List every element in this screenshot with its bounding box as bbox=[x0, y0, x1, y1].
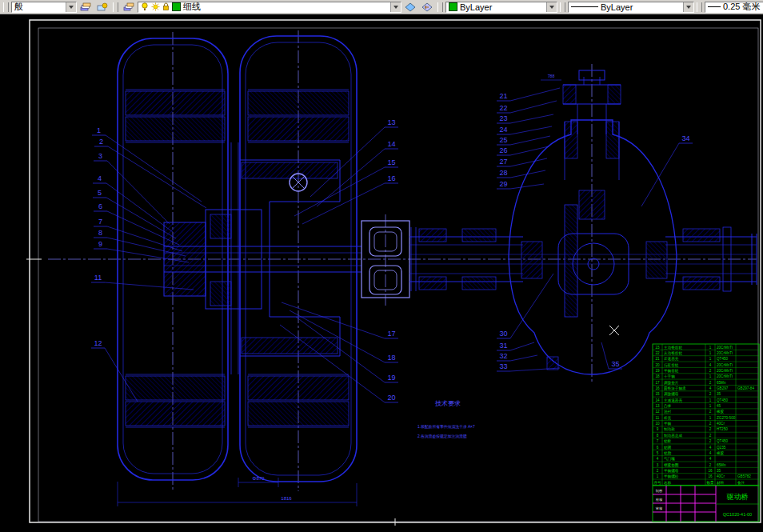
color-swatch bbox=[449, 2, 457, 11]
toolbar-grip[interactable] bbox=[697, 2, 702, 12]
svg-text:35: 35 bbox=[717, 469, 721, 473]
svg-text:GB297: GB297 bbox=[717, 386, 729, 390]
svg-text:8: 8 bbox=[657, 434, 659, 438]
svg-text:23: 23 bbox=[499, 114, 507, 122]
svg-text:16: 16 bbox=[655, 386, 660, 390]
svg-text:32: 32 bbox=[499, 352, 507, 360]
svg-text:18: 18 bbox=[655, 374, 660, 378]
svg-text:HT250: HT250 bbox=[717, 427, 728, 431]
svg-text:4: 4 bbox=[709, 363, 712, 367]
svg-text:29: 29 bbox=[499, 180, 507, 188]
svg-text:气门嘴: 气门嘴 bbox=[664, 457, 675, 461]
titleblock-label-3: 审核 bbox=[656, 506, 663, 510]
svg-text:16: 16 bbox=[708, 469, 713, 473]
svg-text:1: 1 bbox=[709, 416, 712, 420]
svg-text:轮胎: 轮胎 bbox=[664, 450, 672, 456]
svg-text:调整垫片: 调整垫片 bbox=[664, 380, 679, 386]
linetype-combo[interactable]: ByLayer bbox=[568, 2, 694, 13]
svg-text:65Mn: 65Mn bbox=[717, 463, 726, 467]
layers-icon bbox=[123, 2, 134, 12]
svg-text:1: 1 bbox=[709, 346, 712, 350]
svg-text:2: 2 bbox=[709, 422, 712, 426]
svg-text:2: 2 bbox=[709, 439, 712, 443]
svg-text:23: 23 bbox=[655, 346, 660, 350]
layer-properties-button[interactable] bbox=[78, 1, 94, 14]
svg-text:21: 21 bbox=[499, 92, 507, 100]
toolbar-grip[interactable] bbox=[3, 2, 9, 12]
svg-text:7: 7 bbox=[98, 218, 102, 226]
notes-line-2: 2.各润滑处按规定加注润滑脂 bbox=[417, 434, 467, 439]
chevron-down-icon[interactable] bbox=[66, 2, 76, 12]
layer-previous-button[interactable] bbox=[419, 1, 435, 14]
svg-text:12: 12 bbox=[94, 339, 102, 347]
svg-text:轮辋: 轮辋 bbox=[664, 445, 672, 450]
chevron-down-icon[interactable] bbox=[683, 2, 693, 12]
style-combo[interactable]: 般 bbox=[11, 2, 77, 13]
toolbar-grip[interactable] bbox=[560, 2, 565, 12]
svg-text:20CrMnTi: 20CrMnTi bbox=[717, 351, 733, 355]
svg-text:QT450: QT450 bbox=[717, 398, 728, 402]
svg-text:5: 5 bbox=[98, 189, 102, 197]
svg-text:调整螺母: 调整螺母 bbox=[664, 391, 679, 397]
svg-text:9: 9 bbox=[98, 240, 102, 248]
svg-text:13: 13 bbox=[655, 404, 660, 408]
layer-freeze-icon bbox=[151, 2, 160, 11]
svg-text:35: 35 bbox=[611, 360, 619, 368]
svg-text:1: 1 bbox=[709, 398, 712, 402]
titleblock-drawing-code: QC1020-41-00 bbox=[723, 512, 752, 517]
layer-states-button[interactable] bbox=[94, 1, 110, 14]
layer-combo[interactable]: 细线 bbox=[138, 2, 401, 13]
dim-text-2: 1816 bbox=[281, 496, 292, 501]
svg-text:33: 33 bbox=[499, 362, 507, 370]
svg-text:34: 34 bbox=[681, 134, 689, 142]
titleblock-label-1: 制图 bbox=[656, 489, 662, 493]
svg-text:15: 15 bbox=[387, 158, 395, 166]
titleblock-label-2: 校核 bbox=[656, 498, 663, 502]
svg-text:4: 4 bbox=[709, 451, 712, 455]
toolbar-grip[interactable] bbox=[437, 2, 443, 12]
svg-text:1: 1 bbox=[657, 474, 659, 478]
layers-button[interactable] bbox=[121, 1, 137, 14]
svg-text:11: 11 bbox=[94, 274, 102, 282]
svg-text:14: 14 bbox=[387, 140, 395, 148]
chevron-down-icon[interactable] bbox=[546, 2, 557, 12]
make-object-layer-current-button[interactable] bbox=[402, 1, 418, 14]
layer-combo-value: 细线 bbox=[183, 2, 201, 13]
svg-text:GB297-84: GB297-84 bbox=[737, 386, 754, 390]
svg-text:半轴螺母: 半轴螺母 bbox=[664, 468, 679, 474]
toolbar-grip[interactable] bbox=[113, 2, 118, 12]
svg-text:21: 21 bbox=[655, 357, 660, 361]
dim-text-3: 788 bbox=[548, 74, 555, 78]
svg-text:油封: 油封 bbox=[664, 410, 672, 414]
svg-text:半轴螺栓: 半轴螺栓 bbox=[664, 474, 679, 479]
svg-text:20: 20 bbox=[387, 394, 395, 402]
svg-text:27: 27 bbox=[499, 158, 507, 166]
svg-text:8: 8 bbox=[98, 229, 102, 237]
drawing-canvas[interactable]: Φ870 1816 788 技术要求 1.装配前所有零件须清洗干净 A×7 2.… bbox=[0, 0, 763, 532]
svg-text:17: 17 bbox=[387, 330, 395, 338]
svg-text:20CrMnTi: 20CrMnTi bbox=[717, 363, 733, 367]
svg-text:主动锥齿轮: 主动锥齿轮 bbox=[664, 345, 682, 350]
layer-lock-icon bbox=[162, 2, 170, 11]
toolbar: 般 bbox=[0, 0, 763, 14]
svg-text:4: 4 bbox=[709, 457, 712, 461]
svg-text:19: 19 bbox=[387, 374, 395, 382]
svg-text:Q235: Q235 bbox=[717, 446, 726, 450]
svg-text:40Cr: 40Cr bbox=[717, 474, 725, 478]
chevron-down-icon[interactable] bbox=[390, 2, 401, 12]
color-combo-value: ByLayer bbox=[460, 2, 492, 12]
svg-text:橡胶: 橡胶 bbox=[716, 409, 725, 414]
layer-on-icon bbox=[141, 2, 149, 11]
svg-text:1: 1 bbox=[709, 357, 712, 361]
svg-text:1: 1 bbox=[97, 126, 101, 134]
lineweight-combo[interactable]: 0.25 毫米 bbox=[705, 2, 763, 13]
svg-text:6: 6 bbox=[98, 202, 102, 210]
svg-text:QT450: QT450 bbox=[717, 357, 728, 361]
make-current-icon bbox=[405, 2, 416, 12]
linetype-sample-icon bbox=[571, 6, 598, 7]
svg-text:名称: 名称 bbox=[664, 481, 672, 485]
svg-text:31: 31 bbox=[499, 342, 507, 350]
color-combo[interactable]: ByLayer bbox=[445, 2, 557, 13]
svg-text:1: 1 bbox=[709, 374, 712, 378]
svg-text:10: 10 bbox=[655, 422, 660, 426]
